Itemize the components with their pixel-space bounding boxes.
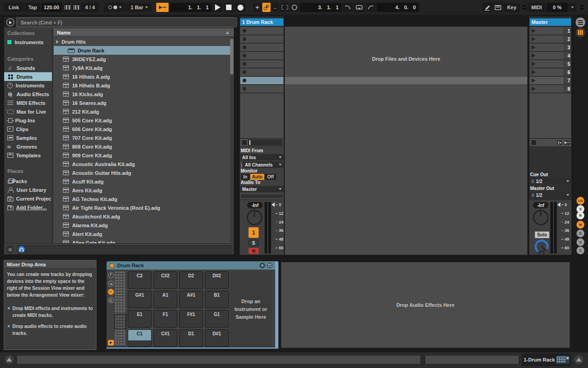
scene-row-selected[interactable]: 7 [530,77,571,84]
list-item[interactable]: AG Techno Kit.adg [54,195,230,203]
metronome-button[interactable] [63,3,71,12]
clip-slot[interactable] [240,69,283,76]
follow-button[interactable] [156,3,169,12]
list-item[interactable]: 16 Kicks.adg [54,90,230,98]
drum-pad[interactable]: A1 [153,291,177,308]
save-preset-icon[interactable] [267,263,272,268]
drum-rack-device[interactable]: Drum Rack C2 C#2 D2 D#2 G#1 A1 A#1 B1 E1 [107,261,278,347]
midi-channel-select[interactable]: All Channels [243,161,283,168]
arrangement-view-toggle[interactable] [576,17,585,27]
list-item[interactable]: Alert Kit.adg [54,230,230,238]
clip-slot[interactable] [240,35,283,43]
sidebar-item-grooves[interactable]: Grooves [4,142,53,151]
sidebar-item-user-library[interactable]: User Library [4,185,53,194]
back-to-arrangement-button[interactable]: ❙▸ [556,140,563,145]
performance-toggle[interactable]: C [577,247,584,254]
list-item[interactable]: 606 Core Kit.adg [54,125,230,133]
list-item[interactable]: Acuff Kit.adg [54,177,230,186]
rename-field[interactable] [248,139,283,146]
midi-from-select[interactable]: All Ins [240,154,283,161]
sidebar-item-add-folder[interactable]: Add Folder... [4,203,53,212]
list-item[interactable]: 7y9A Kit.adg [54,63,230,72]
drum-pad[interactable]: E1 [128,310,152,328]
device-tab[interactable]: 1-Drum Rack [522,353,571,366]
punch-out-button[interactable] [366,3,376,12]
preview-field[interactable] [17,245,232,253]
list-item[interactable]: Acoustic Guitar Hits.adg [54,168,230,177]
scene-row[interactable]: 5 [530,60,571,68]
record-button[interactable] [235,3,246,12]
list-item[interactable]: 707 Core Kit.adg [54,133,230,142]
sidebar-item-midi-effects[interactable]: MIDI Effects [4,98,53,107]
session-record-button[interactable] [290,3,299,12]
clip-slot[interactable] [240,60,283,68]
list-item[interactable]: 16 Hihats A.adg [54,72,230,81]
auto-select-icon[interactable] [108,281,114,287]
list-item[interactable]: 3RDEYEZ.adg [54,55,230,63]
sidebar-item-max-for-live[interactable]: Max for Live [4,107,53,116]
count-in-button[interactable] [72,3,80,12]
scene-row[interactable]: 3 [530,44,571,51]
list-item[interactable]: Aero Kit.adg [54,186,230,195]
track-activator-button[interactable]: 1 [249,227,259,238]
nudge-controls[interactable] [104,3,126,12]
drum-pad[interactable]: C2 [128,271,152,289]
list-item[interactable]: 909 Core Kit.adg [54,151,230,160]
link-button[interactable]: Link [4,3,24,12]
sidebar-item-instruments[interactable]: Instruments [4,81,53,90]
master-out-select[interactable]: ii1/2 [530,192,571,198]
stop-all-clips-button[interactable] [242,140,247,145]
master-solo-button[interactable]: Solo [535,231,549,238]
pad-overview-grid[interactable] [115,271,126,345]
cue-volume-knob[interactable] [533,239,550,255]
hot-swap-icon[interactable] [260,263,265,268]
drum-pad[interactable]: D2 [179,271,203,289]
track-pan-knob[interactable] [247,210,262,225]
session-view-toggle[interactable] [576,28,585,37]
macro-controls-icon[interactable] [108,272,114,278]
preview-headphone-button[interactable] [18,246,25,253]
track-header[interactable]: 1 Drum Rack [240,18,283,26]
reenable-automation-button[interactable]: ← [271,3,279,12]
device-activator-led[interactable] [109,263,114,268]
scene-launch-mode-button[interactable]: ▶≡ [564,140,570,145]
sidebar-item-instruments-collection[interactable]: Instruments [4,38,53,46]
clip-slot[interactable] [240,52,283,59]
scene-row[interactable]: 6 [530,69,571,76]
io-fold-icon[interactable] [108,289,114,295]
crossfader-toggle[interactable]: X [577,238,584,246]
track-arm-button[interactable] [249,248,259,254]
clip-slot-selected[interactable] [240,77,283,84]
io-section-toggle[interactable]: I-O [577,197,584,205]
scene-row[interactable]: 2 [530,35,571,43]
chain-list-icon[interactable] [108,297,114,303]
search-input[interactable] [17,17,237,27]
list-item-selected[interactable]: Drum Rack [54,46,230,55]
stop-button[interactable] [224,3,234,12]
sidebar-item-drums[interactable]: Drums [4,72,53,81]
cue-out-select[interactable]: ii1/2 [530,178,571,184]
sidebar-item-plugins[interactable]: Plug-Ins [4,116,53,125]
monitor-auto-button[interactable]: Auto [250,174,264,180]
instrument-drop-zone[interactable]: Drop an Instrument or Sample Here [230,271,272,347]
drum-pad-selected[interactable]: C1 [128,329,152,347]
capture-midi-button[interactable] [280,3,289,12]
track-solo-button[interactable]: S [249,240,259,246]
tempo-field[interactable]: 120.00 [41,3,62,12]
master-volume-handle[interactable] [557,202,560,207]
clip-slot[interactable] [240,85,283,92]
master-header[interactable]: Master [530,18,571,26]
loop-start-field[interactable]: 3. 1. 1 [300,3,342,12]
monitor-off-button[interactable]: Off [265,174,276,180]
overdub-button[interactable]: + [253,3,261,12]
drum-pad[interactable]: F#1 [179,310,203,328]
device-end-handle[interactable] [275,261,278,348]
list-item[interactable]: Alarma Kit.adg [54,221,230,230]
hot-swap-wave-icon[interactable]: ≈ [6,245,15,254]
cpu-menu-button[interactable] [569,3,576,12]
list-item[interactable]: 16 Hihats B.adg [54,81,230,90]
list-item[interactable]: Acoustic Australia Kit.adg [54,160,230,168]
drum-pad[interactable]: D#2 [205,271,229,289]
monitor-in-button[interactable]: In [241,174,249,180]
track-delay-toggle[interactable]: D [577,230,584,237]
